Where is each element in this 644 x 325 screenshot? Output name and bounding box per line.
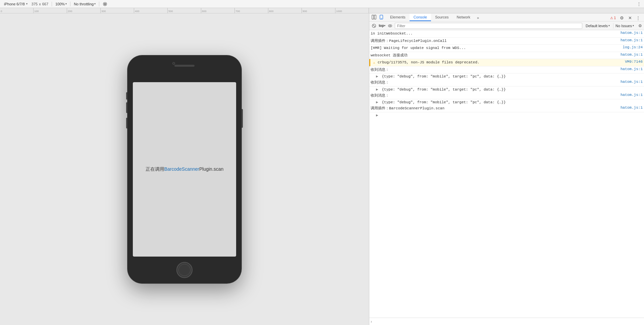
warning-count: 1 bbox=[614, 16, 616, 20]
console-line-6b: ▶ {type: "debug", from: "mobile", target… bbox=[369, 73, 644, 79]
expand-arrow-6b[interactable]: ▶ bbox=[376, 74, 378, 78]
devtools-more-icon[interactable]: ⋮ bbox=[635, 14, 641, 21]
capture-screenshot-icon[interactable] bbox=[103, 2, 107, 6]
console-line-3: [HMR] Waiting for update signal from WDS… bbox=[369, 45, 644, 52]
phone-home-button-inner bbox=[178, 264, 191, 276]
console-line-4-text: websocket 连接成功 bbox=[371, 53, 618, 58]
console-line-6b-text: {type: "debug", from: "mobile", target: … bbox=[382, 74, 506, 78]
console-expand-row: ▶ bbox=[369, 112, 644, 118]
ruler-tick-5: 500 bbox=[168, 8, 201, 13]
simulator-area: 正在调用BarcodeScannerPlugin.scan bbox=[0, 13, 369, 325]
devtools-settings-icon[interactable]: ⚙ bbox=[619, 14, 625, 21]
devtools-right-icons: ⚠ 1 ⚙ ✕ ⋮ bbox=[609, 14, 643, 21]
default-levels-button[interactable]: Default levels ▾ bbox=[584, 23, 612, 29]
console-line-7: 收到消息： hatom.js:1 bbox=[369, 79, 644, 87]
console-line-7-text: 收到消息： bbox=[371, 80, 618, 86]
console-line-8-link[interactable]: hatom.js:1 bbox=[618, 93, 643, 97]
console-filter-input[interactable] bbox=[395, 23, 582, 29]
console-top-button[interactable]: top ▾ bbox=[379, 22, 385, 29]
console-eye-button[interactable] bbox=[387, 22, 393, 29]
warning-icon: ⚠ bbox=[610, 16, 613, 20]
console-line-7b-text: {type: "debug", from: "mobile", target: … bbox=[382, 88, 506, 92]
console-line-6-text: 收到消息： bbox=[371, 67, 618, 73]
console-output-area[interactable]: in initWebsocket... hatom.js:1 调用插件：Page… bbox=[369, 30, 644, 318]
console-line-2-text: 调用插件：PageLifecyclePlugin.onCall bbox=[371, 38, 618, 44]
phone-power-button bbox=[241, 109, 243, 128]
console-line-6-link[interactable]: hatom.js:1 bbox=[618, 67, 643, 71]
ruler-tick-6: 600 bbox=[201, 8, 235, 13]
phone-volume-up-button bbox=[126, 102, 127, 113]
devtools-close-icon[interactable]: ✕ bbox=[627, 14, 633, 21]
phone-home-button[interactable] bbox=[176, 262, 193, 278]
ruler-tick-3: 300 bbox=[101, 8, 134, 13]
ruler-tick-9: 900 bbox=[302, 8, 335, 13]
height-value: 667 bbox=[42, 2, 48, 6]
console-toolbar: top ▾ Default levels ▾ No Issues ▾ ⚙ bbox=[369, 21, 644, 30]
warning-icon-5: ⚠ bbox=[372, 60, 376, 65]
phone-frame: 正在调用BarcodeScannerPlugin.scan bbox=[127, 55, 241, 283]
screen-text-suffix: Plugin.scan bbox=[199, 166, 223, 172]
console-prompt-symbol: › bbox=[371, 319, 372, 324]
tab-network[interactable]: Network bbox=[453, 14, 474, 21]
console-settings-icon[interactable]: ⚙ bbox=[637, 23, 643, 29]
ruler-tick-0: 0 bbox=[0, 8, 34, 13]
tab-elements[interactable]: Elements bbox=[386, 14, 410, 21]
devtools-device-icon[interactable] bbox=[378, 14, 385, 20]
console-input-field[interactable] bbox=[373, 319, 643, 324]
console-line-8b: ▶ {type: "debug", from: "mobile", target… bbox=[369, 99, 644, 105]
console-input-area: › bbox=[369, 318, 644, 325]
console-line-8b-text: {type: "debug", from: "mobile", target: … bbox=[382, 100, 506, 104]
console-line-4-link[interactable]: hatom.js:1 bbox=[618, 53, 643, 57]
console-line-8: 收到消息： hatom.js:1 bbox=[369, 92, 644, 100]
expand-arrow-8b[interactable]: ▶ bbox=[376, 100, 378, 104]
width-value: 375 bbox=[32, 2, 38, 6]
console-line-3-text: [HMR] Waiting for update signal from WDS… bbox=[371, 45, 620, 51]
console-line-1-link[interactable]: hatom.js:1 bbox=[618, 31, 643, 35]
console-line-7-link[interactable]: hatom.js:1 bbox=[618, 80, 643, 84]
console-line-2-link[interactable]: hatom.js:1 bbox=[618, 38, 643, 42]
console-line-5: ⚠ crbug/1173575, non-JS module files dep… bbox=[369, 59, 644, 66]
ruler: 0 100 200 300 400 500 600 700 800 900 10… bbox=[0, 8, 644, 13]
device-chevron-icon: ▾ bbox=[26, 2, 28, 5]
warning-count-badge[interactable]: ⚠ 1 bbox=[609, 14, 617, 21]
console-line-3-link[interactable]: log.js:24 bbox=[620, 45, 643, 49]
console-line-2: 调用插件：PageLifecyclePlugin.onCall hatom.js… bbox=[369, 38, 644, 45]
svg-point-1 bbox=[104, 3, 106, 5]
more-options-button[interactable]: ⋮ bbox=[637, 2, 641, 6]
tab-sources[interactable]: Sources bbox=[431, 14, 452, 21]
ruler-tick-10: 1000 bbox=[335, 8, 369, 13]
console-line-9-text: 调用插件：BarcodeScannerPlugin.scan bbox=[371, 106, 618, 111]
default-levels-chevron-icon: ▾ bbox=[608, 24, 610, 27]
toolbar-separator-1 bbox=[52, 2, 52, 6]
ruler-tick-2: 200 bbox=[67, 8, 101, 13]
console-line-9-link[interactable]: hatom.js:1 bbox=[618, 106, 643, 110]
toolbar-separator-2 bbox=[70, 2, 70, 6]
console-line-5-link[interactable]: VM9:7146 bbox=[622, 60, 643, 64]
zoom-selector[interactable]: 100% ▾ bbox=[55, 2, 67, 6]
no-issues-chevron-icon: ▾ bbox=[633, 24, 634, 27]
throttle-value: No throttling bbox=[74, 2, 94, 6]
expand-arrow-main[interactable]: ▶ bbox=[376, 113, 378, 117]
console-line-4: websocket 连接成功 hatom.js:1 bbox=[369, 52, 644, 59]
device-selector[interactable]: iPhone 6/7/8 ▾ bbox=[3, 1, 29, 7]
phone-volume-down-button bbox=[126, 118, 127, 128]
ruler-tick-1: 100 bbox=[34, 8, 67, 13]
throttle-selector[interactable]: No throttling ▾ bbox=[74, 2, 96, 6]
dimension-x-label: x bbox=[39, 2, 41, 6]
screen-text-prefix: 正在调用 bbox=[146, 166, 164, 172]
devtools-tab-bar: Elements Console Sources Network » ⚠ 1 ⚙ bbox=[369, 13, 644, 21]
ruler-tick-8: 800 bbox=[268, 8, 302, 13]
device-toolbar: iPhone 6/7/8 ▾ 375 x 667 100% ▾ No throt… bbox=[0, 0, 644, 8]
tab-more[interactable]: » bbox=[474, 14, 482, 21]
no-issues-button[interactable]: No Issues ▾ bbox=[613, 23, 636, 29]
svg-point-9 bbox=[389, 25, 391, 26]
phone-screen: 正在调用BarcodeScannerPlugin.scan bbox=[133, 82, 236, 257]
console-clear-button[interactable] bbox=[371, 22, 377, 29]
main-area: 正在调用BarcodeScannerPlugin.scan bbox=[0, 13, 644, 325]
device-name-label: iPhone 6/7/8 bbox=[4, 2, 25, 6]
phone-camera bbox=[172, 62, 175, 65]
tab-console[interactable]: Console bbox=[410, 14, 431, 21]
devtools-toggle-icon[interactable] bbox=[371, 14, 377, 20]
svg-line-7 bbox=[373, 24, 375, 27]
expand-arrow-7b[interactable]: ▶ bbox=[376, 88, 378, 92]
